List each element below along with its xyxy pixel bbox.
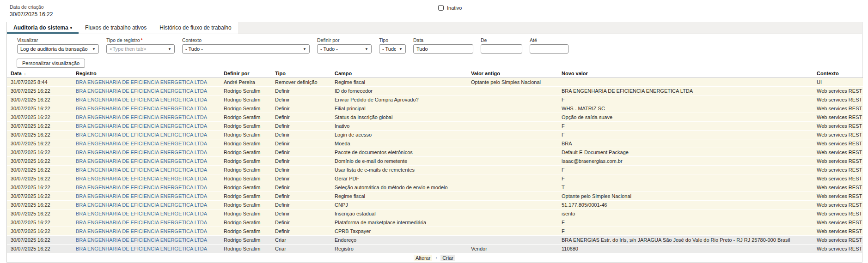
column-header-registro[interactable]: Registro: [72, 70, 220, 78]
registro-link[interactable]: BRA ENGENHARIA DE EFICIENCIA ENERGETICA …: [76, 158, 207, 164]
registro-link[interactable]: BRA ENGENHARIA DE EFICIENCIA ENERGETICA …: [76, 228, 207, 234]
registro-link[interactable]: BRA ENGENHARIA DE EFICIENCIA ENERGETICA …: [76, 246, 207, 251]
cell-campo: Gerar PDF: [331, 174, 467, 183]
cell-valor-antigo: [467, 183, 558, 192]
visualizar-select[interactable]: Log de auditoria da transação ▼: [17, 44, 99, 54]
registro-link[interactable]: BRA ENGENHARIA DE EFICIENCIA ENERGETICA …: [76, 185, 207, 190]
tipo-select[interactable]: - Tudo - ▼: [379, 44, 406, 54]
cell-campo: Regime fiscal: [331, 192, 467, 201]
cell-data: 31/07/2025 8:44: [7, 78, 72, 87]
registro-link[interactable]: BRA ENGENHARIA DE EFICIENCIA ENERGETICA …: [76, 123, 207, 129]
de-input[interactable]: [484, 46, 519, 52]
cell-data: 30/07/2025 16:22: [7, 166, 72, 174]
registro-link[interactable]: BRA ENGENHARIA DE EFICIENCIA ENERGETICA …: [76, 237, 207, 243]
registro-link[interactable]: BRA ENGENHARIA DE EFICIENCIA ENERGETICA …: [76, 149, 207, 155]
cell-data: 30/07/2025 16:22: [7, 87, 72, 96]
cell-contexto: Web services REST: [813, 174, 863, 183]
column-header-data[interactable]: Data↓: [7, 70, 72, 78]
inactive-checkbox[interactable]: [438, 5, 444, 11]
cell-tipo: Definir: [271, 166, 331, 174]
ate-label: Até: [530, 37, 568, 43]
cell-tipo: Definir: [271, 192, 331, 201]
visualizar-label: Visualizar: [17, 37, 99, 43]
column-header-tipo[interactable]: Tipo: [271, 70, 331, 78]
cell-contexto: Web services REST: [813, 104, 863, 113]
legend-separator: ·: [435, 255, 437, 261]
cell-contexto: Web services REST: [813, 157, 863, 166]
cell-definir-por: Rodrigo Serafim: [220, 113, 271, 122]
column-header-definir-por[interactable]: Definir por: [220, 70, 271, 78]
column-header-valor-antigo[interactable]: Valor antigo: [467, 70, 558, 78]
registro-link[interactable]: BRA ENGENHARIA DE EFICIENCIA ENERGETICA …: [76, 141, 207, 146]
cell-data: 30/07/2025 16:22: [7, 131, 72, 139]
data-field: Data: [413, 37, 473, 54]
data-input[interactable]: [416, 46, 470, 52]
registro-link[interactable]: BRA ENGENHARIA DE EFICIENCIA ENERGETICA …: [76, 114, 207, 120]
cell-campo: Usar lista de e-mails de remetentes: [331, 166, 467, 174]
cell-data: 30/07/2025 16:22: [7, 148, 72, 157]
tab-changed-marker: •: [70, 24, 72, 31]
cell-contexto: Web services REST: [813, 113, 863, 122]
cell-campo: Status da inscrição global: [331, 113, 467, 122]
chevron-down-icon: ▼: [365, 47, 368, 51]
cell-definir-por: Rodrigo Serafim: [220, 236, 271, 245]
registro-link[interactable]: BRA ENGENHARIA DE EFICIENCIA ENERGETICA …: [76, 220, 207, 225]
created-date-label: Data de criação: [10, 4, 53, 10]
column-header-contexto[interactable]: Contexto: [813, 70, 863, 78]
registro-link[interactable]: BRA ENGENHARIA DE EFICIENCIA ENERGETICA …: [76, 211, 207, 216]
registro-link[interactable]: BRA ENGENHARIA DE EFICIENCIA ENERGETICA …: [76, 132, 207, 137]
cell-data: 30/07/2025 16:22: [7, 174, 72, 183]
definir-por-select[interactable]: - Tudo - ▼: [317, 44, 372, 54]
tipo-registro-combo[interactable]: <Type then tab> ▼: [106, 44, 175, 54]
cell-campo: Filial principal: [331, 104, 467, 113]
registro-link[interactable]: BRA ENGENHARIA DE EFICIENCIA ENERGETICA …: [76, 106, 207, 111]
table-row: 30/07/2025 16:22 BRA ENGENHARIA DE EFICI…: [7, 131, 863, 139]
row-type-legend: Alterar · Criar: [7, 253, 862, 262]
cell-definir-por: Rodrigo Serafim: [220, 96, 271, 104]
cell-definir-por: André Pereira: [220, 78, 271, 87]
registro-link[interactable]: BRA ENGENHARIA DE EFICIENCIA ENERGETICA …: [76, 88, 207, 94]
column-header-campo[interactable]: Campo: [331, 70, 467, 78]
ate-input[interactable]: [533, 46, 565, 52]
cell-valor-antigo: [467, 113, 558, 122]
registro-link[interactable]: BRA ENGENHARIA DE EFICIENCIA ENERGETICA …: [76, 176, 207, 181]
cell-contexto: Web services REST: [813, 227, 863, 236]
cell-data: 30/07/2025 16:22: [7, 96, 72, 104]
cell-data: 30/07/2025 16:22: [7, 104, 72, 113]
cell-contexto: Web services REST: [813, 122, 863, 131]
cell-valor-antigo: [467, 104, 558, 113]
table-row: 30/07/2025 16:22 BRA ENGENHARIA DE EFICI…: [7, 218, 863, 227]
tab-historico-de-fluxo-de-trabalho[interactable]: Histórico de fluxo de trabalho: [153, 22, 238, 34]
table-row: 30/07/2025 16:22 BRA ENGENHARIA DE EFICI…: [7, 245, 863, 253]
registro-link[interactable]: BRA ENGENHARIA DE EFICIENCIA ENERGETICA …: [76, 202, 207, 208]
tab-auditoria-do-sistema[interactable]: Auditoria do sistema•: [7, 22, 79, 34]
cell-definir-por: Rodrigo Serafim: [220, 209, 271, 218]
cell-tipo: Definir: [271, 96, 331, 104]
cell-registro: BRA ENGENHARIA DE EFICIENCIA ENERGETICA …: [72, 78, 220, 87]
tipo-registro-label: Tipo de registro*: [106, 37, 175, 43]
cell-tipo: Remover definição: [271, 78, 331, 87]
cell-registro: BRA ENGENHARIA DE EFICIENCIA ENERGETICA …: [72, 245, 220, 253]
registro-link[interactable]: BRA ENGENHARIA DE EFICIENCIA ENERGETICA …: [76, 193, 207, 199]
registro-link[interactable]: BRA ENGENHARIA DE EFICIENCIA ENERGETICA …: [76, 97, 207, 102]
cell-data: 30/07/2025 16:22: [7, 209, 72, 218]
table-row: 30/07/2025 16:22 BRA ENGENHARIA DE EFICI…: [7, 209, 863, 218]
cell-campo: CNPJ: [331, 201, 467, 209]
cell-novo-valor: F: [558, 96, 813, 104]
contexto-select[interactable]: - Tudo - ▼: [182, 44, 310, 54]
cell-data: 30/07/2025 16:22: [7, 157, 72, 166]
registro-link[interactable]: BRA ENGENHARIA DE EFICIENCIA ENERGETICA …: [76, 167, 207, 173]
inactive-field: Inativo: [438, 5, 462, 11]
column-header-novo-valor[interactable]: Novo valor: [558, 70, 813, 78]
registro-link[interactable]: BRA ENGENHARIA DE EFICIENCIA ENERGETICA …: [76, 79, 207, 85]
cell-novo-valor: BRA ENGENHARIA DE EFICIENCIA ENERGETICA …: [558, 87, 813, 96]
cell-definir-por: Rodrigo Serafim: [220, 183, 271, 192]
tab-fluxos-de-trabalho-ativos[interactable]: Fluxos de trabalho ativos: [79, 22, 153, 34]
cell-definir-por: Rodrigo Serafim: [220, 227, 271, 236]
cell-data: 30/07/2025 16:22: [7, 192, 72, 201]
cell-contexto: Web services REST: [813, 209, 863, 218]
customize-view-button[interactable]: Personalizar visualização: [17, 59, 85, 68]
inactive-label: Inativo: [447, 5, 462, 11]
cell-definir-por: Rodrigo Serafim: [220, 174, 271, 183]
cell-registro: BRA ENGENHARIA DE EFICIENCIA ENERGETICA …: [72, 183, 220, 192]
